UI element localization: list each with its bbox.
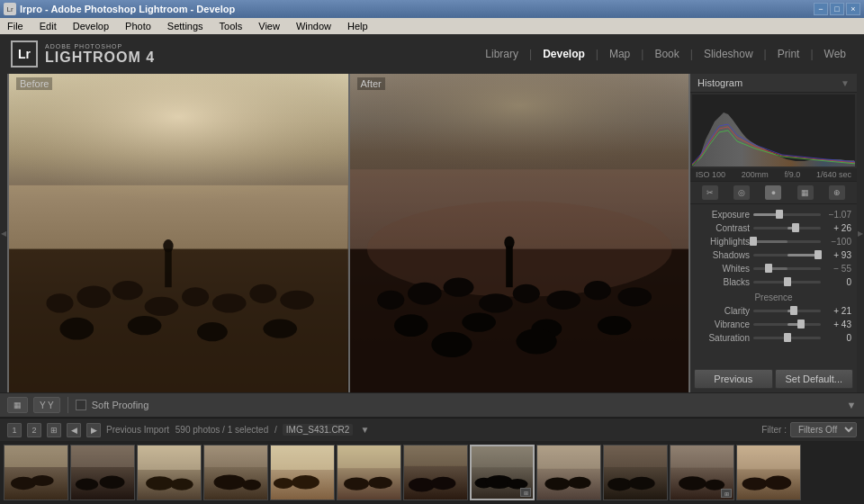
svg-point-20 <box>366 202 671 297</box>
thumbnail-1[interactable] <box>4 445 68 500</box>
highlights-slider[interactable] <box>753 240 821 243</box>
svg-rect-66 <box>604 446 667 467</box>
camera-aperture: f/9.0 <box>785 170 801 179</box>
redeye-tool[interactable]: ● <box>765 185 781 200</box>
saturation-slider[interactable] <box>753 337 821 339</box>
svg-rect-1 <box>9 185 348 249</box>
sliders-area: Exposure −1.07 Contrast + 26 Highlights <box>690 204 857 365</box>
previous-button[interactable]: Previous <box>694 369 773 389</box>
thumbnail-8[interactable]: ⊞ <box>470 445 535 500</box>
thumbnail-11[interactable]: ⊞ <box>670 445 734 500</box>
histogram-collapse-icon[interactable]: ▼ <box>841 78 850 88</box>
soft-proof-checkbox[interactable] <box>76 400 86 410</box>
thumbnail-9[interactable] <box>536 445 601 500</box>
tab-library[interactable]: Library <box>478 44 526 64</box>
svg-point-25 <box>512 284 539 303</box>
clarity-slider[interactable] <box>753 310 821 312</box>
soft-proof-dropdown[interactable]: ▼ <box>846 397 857 413</box>
contrast-row: Contrast + 26 <box>690 221 857 235</box>
soft-proof-label: Soft Proofing <box>92 400 149 410</box>
menu-help[interactable]: Help <box>344 21 372 32</box>
title-bar-left: Lr lrpro - Adobe Photoshop Lightroom - D… <box>4 3 235 15</box>
tab-develop[interactable]: Develop <box>536 44 592 64</box>
blacks-slider[interactable] <box>753 281 821 284</box>
window-controls[interactable]: − □ × <box>814 3 860 15</box>
gradient-tool[interactable]: ▦ <box>797 185 814 200</box>
svg-point-51 <box>274 478 293 489</box>
tab-book[interactable]: Book <box>647 44 686 64</box>
nav-1-btn[interactable]: 1 <box>7 423 22 437</box>
svg-point-40 <box>31 475 53 486</box>
svg-rect-72 <box>737 446 800 469</box>
after-image <box>350 74 689 392</box>
svg-point-16 <box>163 239 173 252</box>
brush-tool[interactable]: ⊕ <box>829 185 845 200</box>
svg-point-30 <box>462 313 496 332</box>
tab-map[interactable]: Map <box>602 44 637 64</box>
maximize-button[interactable]: □ <box>830 3 844 15</box>
thumbnail-10[interactable] <box>603 445 668 500</box>
thumbnail-6[interactable] <box>337 445 401 500</box>
minimize-button[interactable]: − <box>814 3 828 15</box>
exposure-value: −1.07 <box>824 210 851 220</box>
svg-point-11 <box>59 318 94 340</box>
filename-dropdown[interactable]: ▼ <box>360 425 369 435</box>
close-button[interactable]: × <box>846 3 860 15</box>
before-label: Before <box>16 77 52 90</box>
clarity-value: + 21 <box>824 306 851 316</box>
shadows-slider[interactable] <box>753 254 821 256</box>
tab-print[interactable]: Print <box>770 44 807 64</box>
shadows-label: Shadows <box>696 250 750 260</box>
thumbnail-2[interactable] <box>70 445 135 500</box>
contrast-slider[interactable] <box>753 227 821 230</box>
svg-rect-44 <box>138 446 201 470</box>
whites-slider[interactable] <box>753 267 821 270</box>
grid-view-btn[interactable]: ▦ <box>7 397 28 413</box>
image-area: Before <box>7 74 690 392</box>
spot-tool[interactable]: ◎ <box>734 185 750 200</box>
thumbnail-4[interactable] <box>203 445 268 500</box>
set-default-button[interactable]: Set Default... <box>775 369 854 389</box>
svg-point-68 <box>628 477 654 490</box>
highlights-value: −100 <box>824 237 851 247</box>
svg-point-36 <box>504 237 514 249</box>
next-nav-btn[interactable]: ▶ <box>86 423 101 437</box>
nav-2-btn[interactable]: 2 <box>27 423 41 437</box>
svg-point-24 <box>479 293 513 312</box>
menu-settings[interactable]: Settings <box>164 21 207 32</box>
menu-tools[interactable]: Tools <box>216 21 247 32</box>
xy-btn[interactable]: Y Y <box>33 397 60 413</box>
menu-window[interactable]: Window <box>292 21 335 32</box>
vibrance-slider[interactable] <box>753 323 821 326</box>
after-label: After <box>357 77 385 90</box>
panel-buttons: Previous Set Default... <box>690 365 857 392</box>
window-title: lrpro - Adobe Photoshop Lightroom - Deve… <box>20 4 235 14</box>
photo-count: 590 photos / 1 selected <box>176 425 268 435</box>
title-bar: Lr lrpro - Adobe Photoshop Lightroom - D… <box>0 0 864 18</box>
right-panel-expand[interactable]: ▶ <box>857 74 864 392</box>
svg-point-29 <box>393 314 428 337</box>
exposure-row: Exposure −1.07 <box>690 208 857 221</box>
whites-label: Whites <box>696 264 750 274</box>
tab-web[interactable]: Web <box>817 44 853 64</box>
grid-btn[interactable]: ⊞ <box>47 423 61 437</box>
camera-shutter: 1/640 sec <box>816 170 851 179</box>
menu-file[interactable]: File <box>4 21 27 32</box>
thumbnail-7[interactable] <box>403 445 468 500</box>
filter-select[interactable]: Filters Off <box>790 422 857 437</box>
filmstrip-collection: Previous Import 590 photos / 1 selected … <box>106 425 277 435</box>
thumbnail-12[interactable] <box>736 445 801 500</box>
thumbnail-3[interactable] <box>137 445 202 500</box>
crop-tool[interactable]: ✂ <box>702 185 718 200</box>
tab-slideshow[interactable]: Slideshow <box>697 44 760 64</box>
prev-nav-btn[interactable]: ◀ <box>67 423 81 437</box>
thumbnail-5[interactable] <box>270 445 335 500</box>
camera-iso: ISO 100 <box>696 170 725 179</box>
menu-develop[interactable]: Develop <box>69 21 112 32</box>
menu-edit[interactable]: Edit <box>36 21 60 32</box>
left-panel-expand[interactable]: ◀ <box>0 74 7 392</box>
exposure-slider[interactable] <box>753 213 821 216</box>
menu-view[interactable]: View <box>255 21 284 32</box>
menu-photo[interactable]: Photo <box>122 21 155 32</box>
svg-point-4 <box>76 285 111 308</box>
